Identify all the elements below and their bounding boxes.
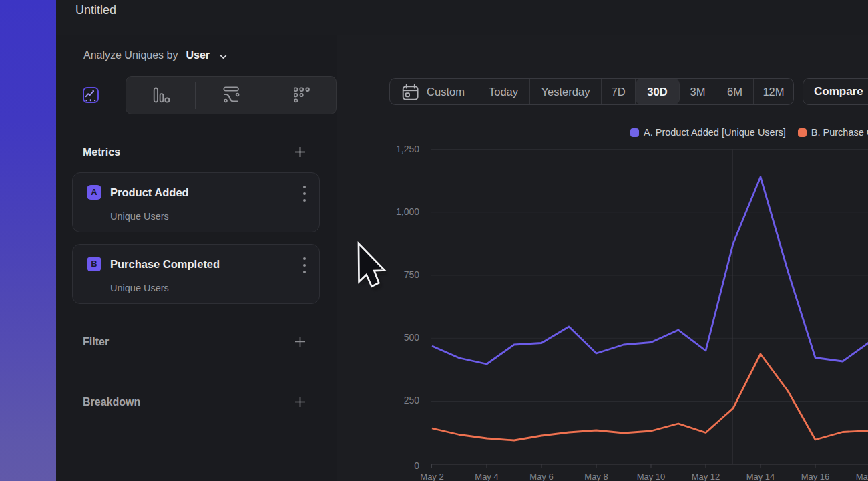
svg-text:May 2: May 2 [420, 472, 443, 481]
svg-text:1,000: 1,000 [396, 206, 419, 217]
svg-text:May 6: May 6 [529, 472, 553, 481]
svg-text:May 16: May 16 [801, 472, 830, 481]
svg-text:May 18: May 18 [856, 472, 868, 481]
svg-text:May 8: May 8 [584, 472, 608, 481]
svg-text:750: 750 [404, 269, 420, 280]
svg-text:1,250: 1,250 [396, 144, 419, 154]
svg-text:0: 0 [414, 460, 419, 471]
svg-text:250: 250 [404, 395, 420, 406]
svg-text:May 4: May 4 [475, 472, 498, 481]
svg-text:May 10: May 10 [637, 472, 666, 481]
svg-text:500: 500 [404, 332, 420, 343]
svg-text:May 12: May 12 [692, 472, 720, 481]
svg-text:May 14: May 14 [746, 472, 775, 481]
